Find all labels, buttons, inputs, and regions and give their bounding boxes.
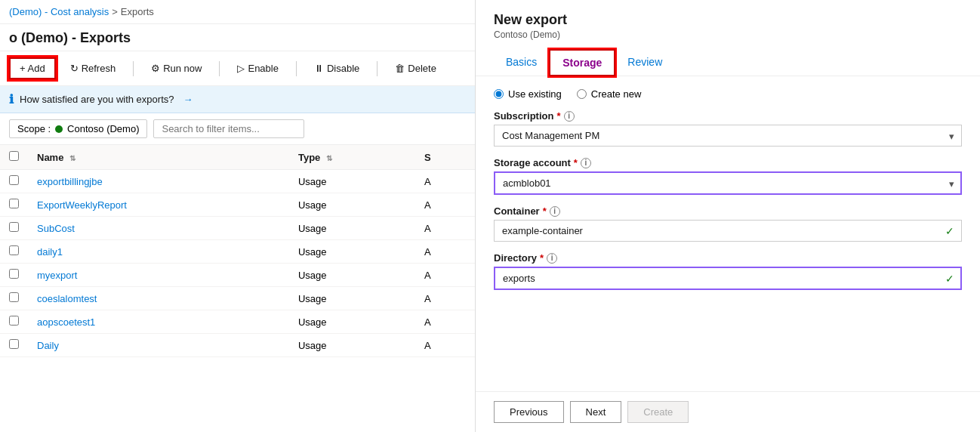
row-name-link[interactable]: myexport (37, 270, 77, 281)
row-name-link[interactable]: coeslalomtest (37, 293, 97, 304)
toolbar-divider3 (296, 61, 297, 76)
col-name: Name ⇅ (28, 145, 289, 170)
storage-account-info-icon[interactable]: i (581, 158, 591, 168)
row-name-link[interactable]: aopscoetest1 (37, 316, 95, 328)
subscription-select[interactable]: Cost Management PM (494, 125, 962, 147)
directory-input-wrap: ✓ (494, 267, 962, 290)
use-existing-radio[interactable] (494, 89, 504, 99)
subscription-label: Subscription * i (494, 110, 962, 122)
select-all-checkbox[interactable] (9, 151, 19, 161)
panel-title: New export (494, 12, 962, 28)
disable-label: Disable (327, 63, 359, 74)
sort-icon-type[interactable]: ⇅ (326, 154, 332, 162)
directory-label: Directory * i (494, 252, 962, 264)
row-name: ExportWeeklyReport (28, 193, 289, 217)
directory-required: * (540, 252, 544, 264)
enable-label: Enable (248, 63, 278, 74)
row-name-link[interactable]: exportbillingjbe (37, 176, 103, 187)
row-name-link[interactable]: Daily (37, 340, 59, 351)
breadcrumb-link[interactable]: (Demo) - Cost analysis (9, 6, 109, 17)
row-name-link[interactable]: ExportWeeklyReport (37, 199, 127, 211)
enable-button[interactable]: ▷ Enable (229, 58, 286, 79)
create-button[interactable]: Create (627, 401, 689, 423)
table-row: Daily Usage A (0, 334, 475, 357)
row-checkbox[interactable] (9, 269, 19, 279)
row-name: myexport (28, 264, 289, 287)
info-bar: ℹ How satisfied are you with exports? → (0, 86, 475, 113)
create-new-option[interactable]: Create new (577, 88, 641, 100)
breadcrumb: (Demo) - Cost analysis > Exports (0, 0, 475, 24)
storage-account-select[interactable]: acmblob01 (494, 171, 962, 195)
scope-button[interactable]: Scope : Contoso (Demo) (9, 119, 147, 138)
table-row: coeslalomtest Usage A (0, 287, 475, 310)
info-link[interactable]: → (183, 94, 193, 105)
table-row: SubCost Usage A (0, 217, 475, 240)
row-status: A (415, 310, 475, 334)
delete-button[interactable]: 🗑 Delete (387, 58, 445, 79)
row-name-link[interactable]: SubCost (37, 223, 75, 234)
run-now-button[interactable]: ⚙ Run now (143, 58, 210, 79)
row-status: A (415, 217, 475, 240)
row-type: Usage (289, 193, 415, 217)
col-status: S (415, 145, 475, 170)
container-field: Container * i ✓ (494, 205, 962, 242)
table-row: aopscoetest1 Usage A (0, 310, 475, 334)
disable-button[interactable]: ⏸ Disable (306, 58, 368, 79)
panel-body: Use existing Create new Subscription * i… (476, 76, 980, 391)
toolbar-divider2 (219, 61, 220, 76)
container-input[interactable] (494, 220, 962, 242)
row-checkbox[interactable] (9, 222, 19, 232)
tab-review[interactable]: Review (615, 49, 674, 76)
directory-input[interactable] (494, 267, 962, 290)
breadcrumb-current: Exports (121, 6, 154, 17)
container-info-icon[interactable]: i (550, 206, 560, 217)
row-checkbox[interactable] (9, 175, 19, 185)
tab-basics[interactable]: Basics (494, 49, 549, 76)
enable-icon: ▷ (237, 63, 245, 74)
run-now-label: Run now (163, 63, 202, 74)
directory-field: Directory * i ✓ (494, 252, 962, 290)
tab-storage[interactable]: Storage (549, 49, 615, 76)
row-name: aopscoetest1 (28, 310, 289, 334)
row-type: Usage (289, 217, 415, 240)
use-existing-option[interactable]: Use existing (494, 88, 562, 100)
row-checkbox[interactable] (9, 245, 19, 255)
subscription-required: * (556, 110, 560, 122)
add-button[interactable]: + Add (9, 57, 56, 79)
row-status: A (415, 264, 475, 287)
container-label: Container * i (494, 205, 962, 217)
row-name-link[interactable]: daily1 (37, 246, 63, 258)
directory-check-icon: ✓ (945, 273, 954, 285)
sort-icon-name[interactable]: ⇅ (69, 154, 76, 162)
refresh-button[interactable]: ↻ Refresh (62, 58, 125, 79)
storage-account-required: * (574, 157, 578, 168)
row-type: Usage (289, 264, 415, 287)
page-title: o (Demo) - Exports (0, 24, 475, 51)
row-status: A (415, 170, 475, 193)
disable-icon: ⏸ (314, 63, 324, 74)
table-wrap: Name ⇅ Type ⇅ S exportbillingjbe Usage A (0, 145, 475, 432)
delete-icon: 🗑 (395, 63, 405, 74)
right-panel: New export Contoso (Demo) Basics Storage… (476, 0, 980, 432)
search-input[interactable] (153, 119, 304, 138)
left-panel: (Demo) - Cost analysis > Exports o (Demo… (0, 0, 476, 432)
scope-dot (55, 125, 63, 133)
previous-button[interactable]: Previous (494, 401, 564, 423)
row-name: Daily (28, 334, 289, 357)
scope-value: Contoso (Demo) (67, 123, 139, 134)
table-row: ExportWeeklyReport Usage A (0, 193, 475, 217)
subscription-info-icon[interactable]: i (564, 111, 575, 122)
scope-label: Scope : (17, 123, 51, 134)
directory-info-icon[interactable]: i (547, 253, 557, 264)
next-button[interactable]: Next (570, 401, 622, 423)
toolbar-divider4 (377, 61, 378, 76)
row-checkbox[interactable] (9, 316, 19, 326)
row-status: A (415, 240, 475, 264)
subscription-select-wrap: Cost Management PM ▾ (494, 125, 962, 147)
create-new-radio[interactable] (577, 89, 587, 99)
row-checkbox[interactable] (9, 292, 19, 302)
row-type: Usage (289, 287, 415, 310)
toolbar: + Add ↻ Refresh ⚙ Run now ▷ Enable ⏸ Dis… (0, 51, 475, 86)
row-checkbox[interactable] (9, 339, 19, 349)
row-checkbox[interactable] (9, 199, 19, 208)
